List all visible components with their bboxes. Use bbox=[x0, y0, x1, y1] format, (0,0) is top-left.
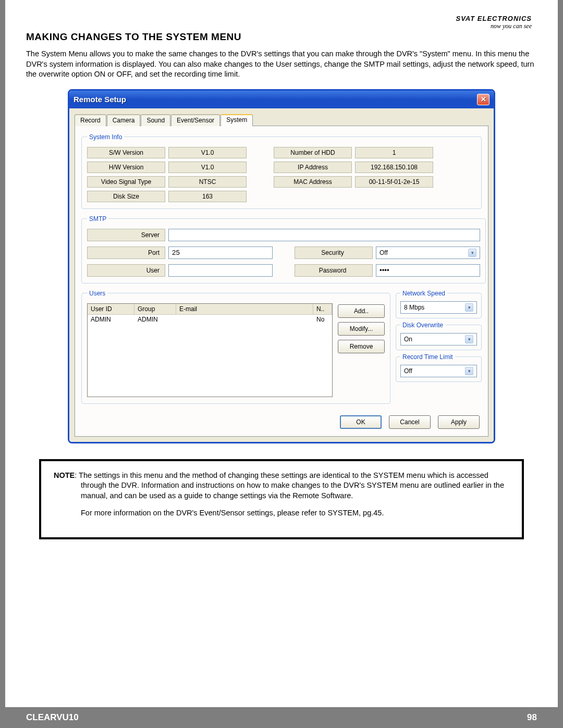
disk-overwrite-legend: Disk Overwrite bbox=[400, 322, 445, 329]
disk-overwrite-value: On bbox=[404, 336, 412, 343]
tab-record[interactable]: Record bbox=[75, 114, 106, 126]
col-n: N.. bbox=[313, 304, 332, 315]
tab-camera[interactable]: Camera bbox=[107, 114, 141, 126]
smtp-user-label: User bbox=[87, 264, 165, 277]
hw-version-label: H/W Version bbox=[87, 162, 165, 173]
video-signal-label: Video Signal Type bbox=[87, 176, 165, 188]
sw-version-label: S/W Version bbox=[87, 147, 165, 158]
intro-paragraph: The System Menu allows you to make the s… bbox=[26, 49, 537, 80]
dialog-title: Remote Setup bbox=[74, 95, 126, 104]
dialog-titlebar: Remote Setup ✕ bbox=[69, 91, 494, 108]
disk-size-value: 163 bbox=[168, 191, 247, 202]
smtp-port-label: Port bbox=[87, 246, 165, 259]
col-email: E-mail bbox=[176, 304, 313, 315]
users-table[interactable]: User ID Group E-mail N.. ADMIN ADMIN No bbox=[87, 303, 333, 397]
disk-overwrite-combo[interactable]: On ▾ bbox=[400, 333, 477, 346]
tab-event-sensor[interactable]: Event/Sensor bbox=[171, 114, 220, 126]
footer-model: CLEARVU10 bbox=[26, 712, 79, 723]
note-paragraph-1: NOTE: The settings in this menu and the … bbox=[54, 471, 509, 501]
disk-overwrite-group: Disk Overwrite On ▾ bbox=[396, 322, 482, 350]
footer-page: 98 bbox=[527, 712, 537, 723]
header-branding: SVAT ELECTRONICS now you can see bbox=[456, 15, 532, 30]
smtp-password-input[interactable] bbox=[376, 264, 480, 277]
users-table-header: User ID Group E-mail N.. bbox=[88, 304, 332, 315]
tab-row: Record Camera Sound Event/Sensor System bbox=[75, 114, 488, 126]
sw-version-value: V1.0 bbox=[168, 147, 247, 158]
col-userid: User ID bbox=[88, 304, 134, 315]
num-hdd-label: Number of HDD bbox=[274, 147, 352, 158]
system-info-group: System Info S/W Version V1.0 Number of H… bbox=[81, 133, 482, 209]
cancel-button[interactable]: Cancel bbox=[389, 415, 431, 429]
col-group: Group bbox=[134, 304, 176, 315]
close-icon: ✕ bbox=[481, 95, 486, 103]
record-time-limit-value: Off bbox=[404, 367, 412, 375]
ok-button[interactable]: OK bbox=[340, 415, 382, 429]
smtp-port-input[interactable] bbox=[168, 246, 273, 259]
record-time-limit-combo[interactable]: Off ▾ bbox=[400, 365, 477, 377]
network-speed-group: Network Speed 8 Mbps ▾ bbox=[396, 290, 482, 318]
users-legend: Users bbox=[87, 290, 107, 297]
system-info-legend: System Info bbox=[87, 133, 124, 141]
network-speed-combo[interactable]: 8 Mbps ▾ bbox=[400, 301, 477, 314]
smtp-legend: SMTP bbox=[87, 215, 108, 223]
mac-address-value: 00-11-5f-01-2e-15 bbox=[355, 176, 433, 188]
note-label: NOTE bbox=[54, 471, 75, 479]
brand-tagline: now you can see bbox=[456, 22, 532, 30]
hw-version-value: V1.0 bbox=[168, 162, 247, 173]
close-button[interactable]: ✕ bbox=[477, 94, 489, 105]
tab-system[interactable]: System bbox=[221, 114, 253, 126]
modify-user-button[interactable]: Modify... bbox=[338, 322, 385, 336]
smtp-user-input[interactable] bbox=[168, 264, 273, 277]
note-box: NOTE: The settings in this menu and the … bbox=[39, 459, 524, 539]
remove-user-button[interactable]: Remove bbox=[338, 340, 385, 353]
note-paragraph-2: For more information on the DVR's Event/… bbox=[54, 508, 509, 519]
network-speed-value: 8 Mbps bbox=[404, 304, 424, 311]
chevron-down-icon: ▾ bbox=[468, 249, 476, 257]
record-time-limit-group: Record Time Limit Off ▾ bbox=[396, 353, 482, 382]
chevron-down-icon: ▾ bbox=[465, 303, 473, 312]
section-title: MAKING CHANGES TO THE SYSTEM MENU bbox=[26, 31, 537, 43]
tab-sound[interactable]: Sound bbox=[141, 114, 170, 126]
mac-address-label: MAC Address bbox=[274, 176, 352, 188]
chevron-down-icon: ▾ bbox=[465, 367, 473, 375]
page-footer: CLEARVU10 98 bbox=[5, 707, 558, 728]
tab-system-page: System Info S/W Version V1.0 Number of H… bbox=[75, 126, 488, 437]
row-n: No bbox=[313, 315, 332, 324]
smtp-security-value: Off bbox=[380, 249, 388, 256]
note-text-1: : The settings in this menu and the meth… bbox=[75, 471, 504, 500]
network-speed-legend: Network Speed bbox=[400, 290, 447, 297]
remote-setup-dialog: Remote Setup ✕ Record Camera Sound Event… bbox=[68, 89, 495, 443]
row-userid: ADMIN bbox=[88, 315, 134, 324]
row-email bbox=[176, 315, 313, 324]
disk-size-label: Disk Size bbox=[87, 191, 165, 202]
chevron-down-icon: ▾ bbox=[465, 335, 473, 343]
smtp-server-label: Server bbox=[87, 229, 165, 241]
video-signal-value: NTSC bbox=[168, 176, 247, 188]
brand-name: SVAT ELECTRONICS bbox=[456, 15, 532, 22]
smtp-password-label: Password bbox=[295, 264, 373, 277]
smtp-security-label: Security bbox=[295, 246, 373, 259]
smtp-server-input[interactable] bbox=[168, 229, 480, 241]
record-time-limit-legend: Record Time Limit bbox=[400, 353, 455, 361]
smtp-group: SMTP Server Port Security Off ▾ bbox=[81, 215, 486, 283]
ip-address-label: IP Address bbox=[274, 162, 352, 173]
add-user-button[interactable]: Add.. bbox=[338, 304, 385, 318]
row-group: ADMIN bbox=[134, 315, 176, 324]
num-hdd-value: 1 bbox=[355, 147, 433, 158]
smtp-security-combo[interactable]: Off ▾ bbox=[376, 246, 480, 259]
ip-address-value: 192.168.150.108 bbox=[355, 162, 433, 173]
apply-button[interactable]: Apply bbox=[438, 415, 480, 429]
users-group: Users User ID Group E-mail N.. bbox=[81, 290, 390, 404]
table-row[interactable]: ADMIN ADMIN No bbox=[88, 315, 332, 324]
